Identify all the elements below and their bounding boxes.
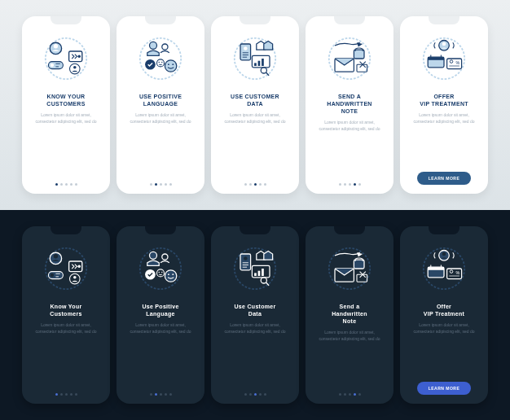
svg-point-63 — [172, 273, 174, 275]
onboarding-screen-3: USE CUSTOMER DATA Lorem ipsum dolor sit … — [211, 16, 299, 194]
svg-point-2 — [54, 44, 58, 48]
customer-data-icon — [226, 29, 284, 88]
dot[interactable] — [150, 393, 152, 396]
dot[interactable] — [244, 393, 247, 396]
dot[interactable] — [75, 183, 77, 186]
svg-point-20 — [161, 62, 162, 63]
dot[interactable] — [358, 393, 361, 396]
dot[interactable] — [160, 393, 162, 396]
svg-point-56 — [73, 276, 77, 279]
svg-point-31 — [261, 68, 266, 73]
svg-point-17 — [172, 63, 174, 65]
screen-title: Use Customer Data — [234, 303, 275, 317]
dot[interactable] — [349, 393, 351, 396]
svg-point-13 — [162, 44, 168, 50]
dot[interactable] — [358, 183, 361, 186]
dot[interactable] — [254, 393, 257, 396]
dot[interactable] — [169, 393, 172, 396]
dot[interactable] — [75, 393, 77, 396]
dot[interactable] — [344, 393, 346, 396]
screen-body: Lorem ipsum dolor sit amet, consectetur … — [405, 112, 483, 172]
pagination-dots — [244, 183, 266, 186]
screen-title: Use Positive Language — [142, 303, 178, 317]
svg-point-58 — [150, 252, 157, 259]
screen-body: Lorem ipsum dolor sit amet, consectetur … — [405, 322, 483, 382]
learn-more-button[interactable]: LEARN MORE — [417, 172, 472, 185]
handwritten-note-icon — [320, 239, 379, 298]
svg-rect-76 — [262, 269, 264, 276]
dot[interactable] — [169, 183, 172, 186]
customer-data-icon — [226, 239, 284, 298]
onboarding-screen-1-dark: Know Your Customers Lorem ipsum dolor si… — [22, 226, 110, 404]
dot[interactable] — [160, 183, 162, 186]
dot[interactable] — [65, 393, 68, 396]
onboarding-dark-row: Know Your Customers Lorem ipsum dolor si… — [0, 210, 510, 420]
phone-notch — [429, 16, 459, 24]
dot[interactable] — [344, 183, 346, 186]
svg-rect-30 — [262, 59, 264, 66]
screen-title: Know Your Customers — [50, 303, 81, 317]
dot[interactable] — [259, 183, 262, 186]
dot[interactable] — [165, 393, 167, 396]
dot[interactable] — [155, 393, 157, 396]
screen-body: Lorem ipsum dolor sit amet, consectetur … — [27, 322, 105, 393]
svg-point-57 — [140, 248, 181, 289]
screen-title: Send a Handwritten Note — [332, 303, 367, 325]
screen-body: Lorem ipsum dolor sit amet, consectetur … — [27, 112, 105, 183]
dot[interactable] — [264, 393, 266, 396]
svg-point-52 — [51, 273, 55, 278]
pagination-dots — [150, 393, 172, 396]
dot[interactable] — [244, 183, 247, 186]
vip-treatment-icon: % — [415, 29, 473, 88]
svg-point-12 — [150, 42, 157, 49]
screen-body: Lorem ipsum dolor sit amet, consectetur … — [216, 112, 294, 183]
dot[interactable] — [165, 183, 167, 186]
svg-point-15 — [165, 60, 176, 72]
pagination-dots — [339, 393, 361, 396]
screen-title: Offer VIP Treatment — [424, 303, 464, 317]
learn-more-button[interactable]: LEARN MORE — [417, 382, 472, 395]
dot[interactable] — [150, 183, 152, 186]
dot[interactable] — [55, 183, 58, 186]
dot[interactable] — [60, 393, 63, 396]
svg-point-65 — [158, 272, 159, 273]
know-customers-icon — [37, 29, 95, 88]
handwritten-note-icon — [320, 29, 379, 88]
dot[interactable] — [339, 393, 341, 396]
dot[interactable] — [354, 183, 356, 186]
svg-rect-22 — [240, 44, 251, 60]
phone-notch — [429, 226, 459, 234]
onboarding-screen-3-dark: Use Customer Data Lorem ipsum dolor sit … — [211, 226, 299, 404]
dot[interactable] — [349, 183, 351, 186]
screen-body: Lorem ipsum dolor sit amet, consectetur … — [310, 330, 389, 393]
dot[interactable] — [55, 393, 58, 396]
svg-point-10 — [73, 66, 77, 69]
dot[interactable] — [155, 183, 157, 186]
svg-rect-74 — [254, 273, 257, 276]
dot[interactable] — [259, 393, 262, 396]
svg-point-61 — [165, 270, 176, 282]
svg-point-4 — [77, 55, 81, 59]
dot[interactable] — [70, 183, 73, 186]
dot[interactable] — [249, 393, 252, 396]
svg-point-59 — [162, 254, 168, 260]
dot[interactable] — [65, 183, 68, 186]
screen-title: KNOW YOUR CUSTOMERS — [46, 93, 85, 107]
dot[interactable] — [249, 183, 252, 186]
dot[interactable] — [60, 183, 63, 186]
dot[interactable] — [70, 393, 73, 396]
phone-notch — [145, 16, 176, 24]
dot[interactable] — [264, 183, 266, 186]
svg-point-23 — [244, 46, 248, 50]
svg-rect-68 — [240, 254, 251, 270]
phone-notch — [51, 16, 81, 24]
svg-point-69 — [244, 256, 248, 260]
dot[interactable] — [254, 183, 257, 186]
phone-notch — [240, 16, 270, 24]
positive-language-icon — [131, 29, 190, 88]
onboarding-screen-1: KNOW YOUR CUSTOMERS Lorem ipsum dolor si… — [22, 16, 110, 194]
svg-point-18 — [157, 59, 165, 67]
dot[interactable] — [339, 183, 341, 186]
screen-body: Lorem ipsum dolor sit amet, consectetur … — [121, 322, 200, 393]
dot[interactable] — [354, 393, 356, 396]
